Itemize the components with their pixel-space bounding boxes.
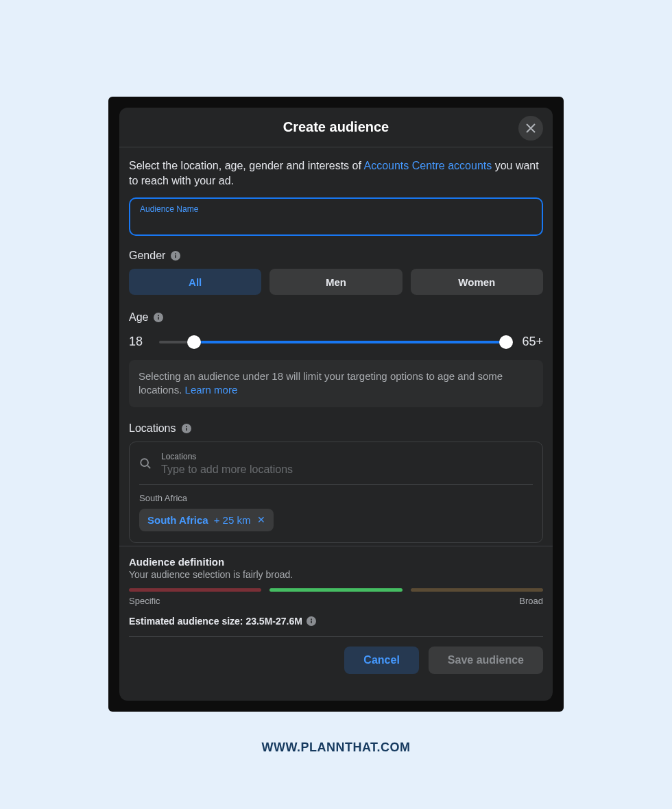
modal-header: Create audience [119,108,553,147]
bar-specific [129,588,261,592]
chip-remove-button[interactable]: ✕ [257,514,265,525]
info-icon[interactable] [171,251,180,261]
locations-label-row: Locations [129,422,543,435]
watermark: WWW.PLANNTHAT.COM [0,740,672,755]
gender-segmented: All Men Women [129,269,543,295]
audience-name-field[interactable]: Audience Name [129,197,543,236]
location-country-label: South Africa [139,493,533,503]
age-min-value: 18 [129,335,148,349]
estimated-size-text: Estimated audience size: 23.5M-27.6M [129,616,302,627]
label-specific: Specific [129,596,160,606]
search-icon [139,457,152,470]
create-audience-modal: Create audience Select the location, age… [119,108,553,701]
definition-bars [129,588,543,592]
locations-search-row: Locations [139,449,533,485]
screenshot-frame: Create audience Select the location, age… [108,97,564,712]
svg-point-8 [311,618,312,620]
info-icon[interactable] [154,313,163,322]
svg-rect-1 [176,255,177,258]
svg-point-4 [186,426,187,427]
learn-more-link[interactable]: Learn more [185,384,238,396]
button-row: Cancel Save audience [129,636,543,674]
save-audience-button[interactable]: Save audience [429,647,543,674]
slider-thumb-max[interactable] [499,335,513,349]
desc-pre: Select the location, age, gender and int… [129,160,363,171]
gender-label-row: Gender [129,250,543,262]
audience-definition-heading: Audience definition [129,556,543,568]
svg-point-2 [158,315,159,316]
definition-bar-labels: Specific Broad [129,596,543,606]
audience-name-label: Audience Name [140,204,532,214]
audience-name-input[interactable] [140,214,532,227]
audience-definition-sub: Your audience selection is fairly broad. [129,569,543,580]
age-max-value: 65+ [522,335,543,349]
age-label-row: Age [129,311,543,324]
age-slider-row: 18 65+ [129,335,543,349]
svg-rect-5 [186,428,187,431]
chip-name: South Africa [147,514,208,526]
modal-footer: Audience definition Your audience select… [119,546,553,685]
age-label: Age [129,311,148,324]
modal-title: Create audience [283,119,389,135]
gender-label: Gender [129,250,165,262]
label-broad: Broad [519,596,543,606]
chip-radius: + 25 km [214,514,251,526]
svg-point-0 [175,253,176,254]
locations-input-col: Locations [161,452,533,476]
close-icon [525,123,536,134]
info-icon[interactable] [182,424,191,433]
gender-all-button[interactable]: All [129,269,261,295]
svg-rect-9 [311,620,312,623]
gender-women-button[interactable]: Women [411,269,543,295]
age-range-slider[interactable] [159,335,511,349]
info-icon[interactable] [307,616,316,626]
svg-line-7 [147,466,150,468]
bar-mid [269,588,402,592]
svg-point-6 [141,459,148,466]
locations-label: Locations [129,422,176,435]
close-button[interactable] [518,116,543,141]
age-note: Selecting an audience under 18 will limi… [129,360,543,407]
locations-box: Locations South Africa South Africa + 25… [129,442,543,543]
modal-description: Select the location, age, gender and int… [129,158,543,188]
modal-body: Select the location, age, gender and int… [119,147,553,546]
gender-men-button[interactable]: Men [269,269,402,295]
cancel-button[interactable]: Cancel [344,647,418,674]
locations-field-label: Locations [161,452,533,461]
estimated-size: Estimated audience size: 23.5M-27.6M [129,616,543,627]
bar-broad [411,588,543,592]
location-chip: South Africa + 25 km ✕ [139,509,274,531]
slider-fill [194,341,505,343]
locations-input[interactable] [161,461,533,476]
svg-rect-3 [158,317,160,319]
slider-thumb-min[interactable] [187,335,201,349]
accounts-centre-link[interactable]: Accounts Centre accounts [363,160,492,171]
